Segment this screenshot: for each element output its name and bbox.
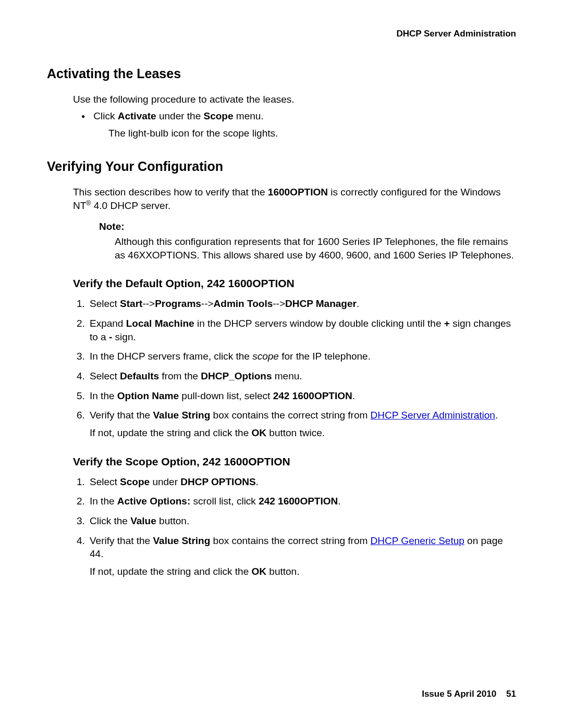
- footer-issue: Issue 5 April 2010: [422, 689, 496, 699]
- intro-text: This section describes how to verify tha…: [73, 186, 516, 213]
- step-item: Click the Value button.: [88, 514, 516, 528]
- document-page: DHCP Server Administration Activating th…: [0, 0, 563, 728]
- bullet-item: Click Activate under the Scope menu. The…: [91, 109, 516, 140]
- steps-list: Select Start-->Programs-->Admin Tools-->…: [73, 297, 516, 439]
- link-dhcp-server-administration[interactable]: DHCP Server Administration: [371, 410, 495, 421]
- step-item: In the DHCP servers frame, click the sco…: [88, 350, 516, 363]
- step-item: Select Scope under DHCP OPTIONS.: [88, 475, 516, 489]
- section-body: This section describes how to verify tha…: [73, 186, 516, 262]
- note-block: Note: Although this configuration repres…: [99, 220, 516, 262]
- heading-verify-scope-option: Verify the Scope Option, 242 1600OPTION: [73, 455, 516, 468]
- step-item: Verify that the Value String box contain…: [88, 534, 516, 578]
- steps-list: Select Scope under DHCP OPTIONS. In the …: [73, 475, 516, 578]
- intro-text: Use the following procedure to activate …: [73, 93, 516, 106]
- step-item: In the Option Name pull-down list, selec…: [88, 389, 516, 403]
- note-body: Although this configuration represents t…: [115, 235, 516, 262]
- step-extra-text: If not, update the string and click the …: [90, 565, 516, 578]
- bullet-sub-text: The light-bulb icon for the scope lights…: [108, 127, 516, 140]
- footer-page-number: 51: [506, 689, 516, 699]
- heading-verify-default-option: Verify the Default Option, 242 1600OPTIO…: [73, 277, 516, 290]
- step-item: Verify that the Value String box contain…: [88, 409, 516, 439]
- heading-verifying-configuration: Verifying Your Configuration: [47, 159, 516, 174]
- step-item: Select Start-->Programs-->Admin Tools-->…: [88, 297, 516, 311]
- link-dhcp-generic-setup[interactable]: DHCP Generic Setup: [371, 535, 464, 546]
- heading-activating-leases: Activating the Leases: [47, 66, 516, 81]
- running-header: DHCP Server Administration: [47, 29, 516, 39]
- step-item: Select Defaults from the DHCP_Options me…: [88, 369, 516, 383]
- step-extra-text: If not, update the string and click the …: [90, 426, 516, 440]
- step-item: Expand Local Machine in the DHCP servers…: [88, 317, 516, 343]
- step-item: In the Active Options: scroll list, clic…: [88, 495, 516, 508]
- page-footer: Issue 5 April 2010 51: [422, 689, 516, 699]
- note-label: Note:: [99, 220, 516, 233]
- section-body: Use the following procedure to activate …: [73, 93, 516, 140]
